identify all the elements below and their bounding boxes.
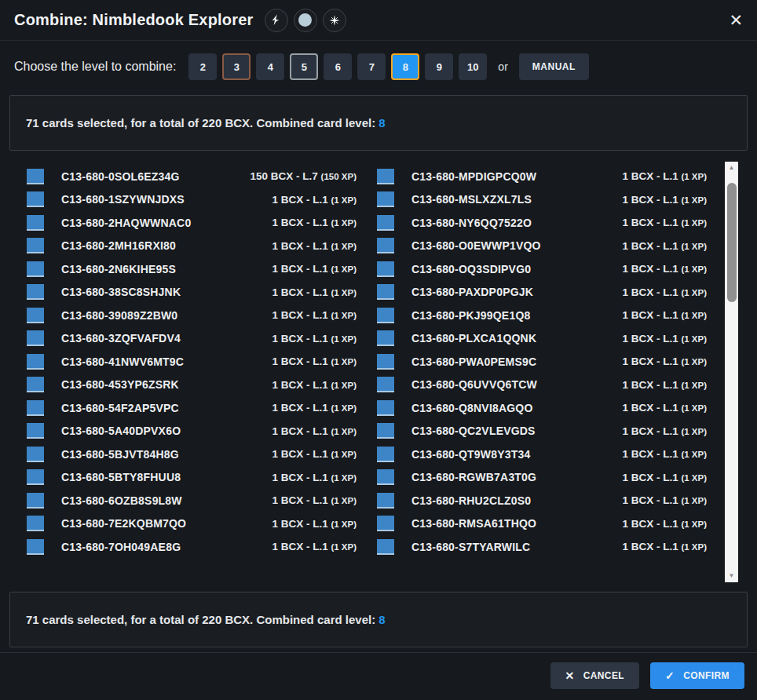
- card-checkbox[interactable]: [27, 261, 44, 277]
- card-checkbox[interactable]: [377, 215, 394, 231]
- combine-modal: Combine: Nimbledook Explorer ✕ Choose th…: [0, 0, 757, 700]
- card-xp: (1 XP): [331, 381, 357, 390]
- card-row: C13-680-Q6UVVQ6TCW1 BCX - L.1 (1 XP): [377, 374, 707, 397]
- card-checkbox[interactable]: [377, 469, 394, 485]
- card-id: C13-680-453YP6ZSRK: [61, 378, 179, 391]
- manual-level-button[interactable]: MANUAL: [519, 53, 589, 80]
- level-button-10[interactable]: 10: [459, 53, 487, 80]
- card-checkbox[interactable]: [377, 493, 394, 509]
- level-button-9[interactable]: 9: [425, 53, 453, 80]
- card-checkbox[interactable]: [27, 284, 44, 300]
- card-checkbox[interactable]: [377, 284, 394, 300]
- page-title: Combine: Nimbledook Explorer: [14, 11, 254, 29]
- card-checkbox[interactable]: [377, 539, 394, 555]
- card-checkbox[interactable]: [27, 377, 44, 392]
- level-button-6[interactable]: 6: [324, 53, 352, 80]
- card-checkbox[interactable]: [27, 191, 44, 207]
- card-xp: (1 XP): [331, 450, 357, 459]
- card-checkbox[interactable]: [27, 330, 44, 346]
- card-checkbox[interactable]: [377, 330, 394, 346]
- modal-header: Combine: Nimbledook Explorer ✕: [0, 0, 757, 41]
- card-xp: (1 XP): [681, 403, 707, 413]
- card-value: 1 BCX - L.1 (1 XP): [622, 217, 707, 228]
- card-checkbox[interactable]: [27, 539, 44, 555]
- card-checkbox[interactable]: [27, 447, 44, 462]
- card-row: C13-680-453YP6ZSRK1 BCX - L.1 (1 XP): [27, 374, 357, 397]
- card-xp: (1 XP): [331, 195, 357, 205]
- card-checkbox[interactable]: [377, 423, 394, 439]
- card-row: C13-680-PLXCA1QQNK1 BCX - L.1 (1 XP): [377, 327, 707, 351]
- selection-summary-top: 71 cards selected, for a total of 220 BC…: [9, 95, 748, 151]
- card-row: C13-680-QC2VLEVGDS1 BCX - L.1 (1 XP): [377, 420, 707, 443]
- card-row: C13-680-5BTY8FHUU81 BCX - L.1 (1 XP): [27, 466, 357, 490]
- card-id: C13-680-PKJ99QE1Q8: [411, 309, 530, 322]
- card-checkbox[interactable]: [27, 400, 44, 416]
- card-id: C13-680-Q6UVVQ6TCW: [411, 378, 537, 391]
- card-row: C13-680-3ZQFVAFDV41 BCX - L.1 (1 XP): [27, 327, 357, 351]
- card-id: C13-680-2HAQWWNAC0: [61, 217, 191, 229]
- card-xp: (1 XP): [681, 496, 707, 505]
- card-value: 1 BCX - L.1 (1 XP): [272, 194, 357, 206]
- card-list: C13-680-0SOL6EZ34G150 BCX - L.7 (150 XP)…: [9, 160, 748, 584]
- card-value: 1 BCX - L.1 (1 XP): [622, 355, 707, 367]
- card-checkbox[interactable]: [27, 215, 44, 231]
- card-checkbox[interactable]: [27, 423, 44, 439]
- scroll-down-icon[interactable]: ▼: [725, 570, 738, 582]
- card-value: 1 BCX - L.1 (1 XP): [622, 194, 707, 206]
- card-xp: (1 XP): [331, 520, 357, 529]
- card-id: C13-680-MPDIGPCQ0W: [411, 170, 536, 183]
- card-checkbox[interactable]: [377, 516, 394, 531]
- card-checkbox[interactable]: [377, 354, 394, 370]
- card-id: C13-680-MSLXZXL7LS: [411, 193, 532, 206]
- card-xp: (1 XP): [331, 264, 357, 274]
- card-id: C13-680-0SOL6EZ34G: [61, 170, 180, 183]
- card-checkbox[interactable]: [27, 469, 44, 485]
- card-id: C13-680-5BJVT84H8G: [61, 448, 179, 461]
- card-xp: (1 XP): [681, 520, 707, 529]
- card-row: C13-680-MSLXZXL7LS1 BCX - L.1 (1 XP): [377, 188, 707, 212]
- level-button-2[interactable]: 2: [188, 53, 217, 80]
- level-selector-label: Choose the level to combine:: [14, 60, 176, 74]
- card-checkbox[interactable]: [27, 493, 44, 509]
- card-row: C13-680-QT9W8Y3T341 BCX - L.1 (1 XP): [377, 443, 707, 466]
- card-id: C13-680-QC2VLEVGDS: [411, 425, 536, 437]
- cancel-button[interactable]: ✕ CANCEL: [550, 662, 640, 689]
- scrollbar-thumb[interactable]: [727, 183, 737, 302]
- card-list-container: C13-680-0SOL6EZ34G150 BCX - L.7 (150 XP)…: [9, 160, 748, 584]
- card-row: C13-680-RMSA61THQO1 BCX - L.1 (1 XP): [377, 512, 707, 536]
- card-checkbox[interactable]: [377, 447, 394, 462]
- card-checkbox[interactable]: [377, 308, 394, 323]
- card-id: C13-680-6OZB8S9L8W: [61, 494, 182, 507]
- card-checkbox[interactable]: [27, 354, 44, 370]
- card-checkbox[interactable]: [377, 191, 394, 207]
- card-xp: (1 XP): [681, 542, 707, 552]
- level-buttons: 2345678910: [188, 53, 487, 80]
- level-button-4[interactable]: 4: [256, 53, 284, 80]
- dash-icon: [265, 9, 288, 32]
- card-value: 1 BCX - L.1 (1 XP): [272, 333, 357, 345]
- card-xp: (1 XP): [331, 542, 357, 552]
- card-checkbox[interactable]: [377, 377, 394, 392]
- card-id: C13-680-7E2KQBM7QO: [61, 517, 186, 530]
- card-checkbox[interactable]: [377, 238, 394, 253]
- level-button-8[interactable]: 8: [391, 53, 419, 80]
- card-checkbox[interactable]: [27, 516, 44, 531]
- close-icon[interactable]: ✕: [729, 12, 743, 28]
- level-button-5[interactable]: 5: [290, 53, 318, 80]
- card-row: C13-680-RGWB7A3T0G1 BCX - L.1 (1 XP): [377, 466, 707, 490]
- scrollbar[interactable]: ▲ ▼: [725, 162, 738, 582]
- level-button-3[interactable]: 3: [222, 53, 251, 80]
- confirm-button[interactable]: ✓ CONFIRM: [650, 662, 744, 689]
- card-checkbox[interactable]: [377, 261, 394, 277]
- card-checkbox[interactable]: [27, 238, 44, 253]
- card-value: 1 BCX - L.1 (1 XP): [272, 286, 357, 298]
- card-xp: (1 XP): [681, 264, 707, 274]
- card-value: 1 BCX - L.1 (1 XP): [622, 425, 707, 437]
- level-button-7[interactable]: 7: [357, 53, 386, 80]
- card-checkbox[interactable]: [377, 169, 394, 184]
- card-checkbox[interactable]: [27, 169, 44, 184]
- card-checkbox[interactable]: [377, 400, 394, 416]
- card-checkbox[interactable]: [27, 308, 44, 323]
- scroll-up-icon[interactable]: ▲: [725, 162, 738, 174]
- card-value: 1 BCX - L.1 (1 XP): [272, 379, 357, 391]
